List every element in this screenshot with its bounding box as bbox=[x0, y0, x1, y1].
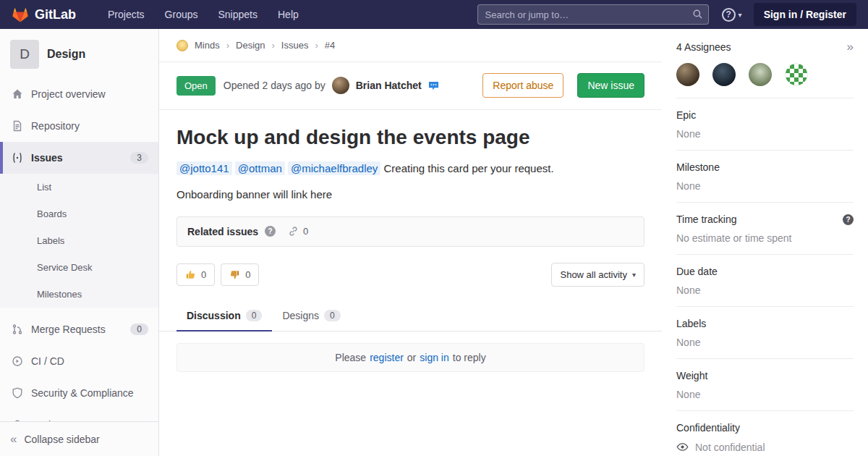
sidebar-item-ci-cd[interactable]: CI / CD bbox=[0, 345, 158, 377]
section-title: Confidentiality bbox=[676, 422, 740, 434]
navbar-links: Projects Groups Snippets Help bbox=[108, 9, 299, 20]
sign-in-button[interactable]: Sign in / Register bbox=[754, 3, 856, 26]
section-value: None bbox=[676, 128, 854, 140]
top-navbar: GitLab Projects Groups Snippets Help ? ▾… bbox=[0, 0, 868, 29]
author-status-emoji-icon bbox=[428, 80, 439, 91]
nav-link-snippets[interactable]: Snippets bbox=[218, 9, 258, 20]
time-tracking-help-icon[interactable]: ? bbox=[843, 214, 854, 225]
thumbs-down-button[interactable]: 0 bbox=[221, 263, 259, 286]
reply-text: or bbox=[407, 352, 416, 363]
new-issue-button[interactable]: New issue bbox=[577, 73, 644, 98]
assignee-avatars bbox=[676, 63, 854, 86]
eye-icon bbox=[676, 441, 689, 453]
sidebar-item-security-compliance[interactable]: Security & Compliance bbox=[0, 377, 158, 409]
nav-link-projects[interactable]: Projects bbox=[108, 9, 145, 20]
nav-link-help[interactable]: Help bbox=[278, 9, 299, 20]
chevron-down-icon: ▾ bbox=[739, 11, 742, 19]
sidebar-item-label: Issues bbox=[31, 152, 63, 164]
register-link[interactable]: register bbox=[370, 352, 404, 363]
group-avatar-icon bbox=[176, 40, 188, 51]
home-icon bbox=[12, 88, 23, 100]
report-abuse-button[interactable]: Report abuse bbox=[482, 73, 563, 98]
section-value: None bbox=[676, 337, 854, 348]
confidentiality-value: Not confidential bbox=[695, 442, 765, 453]
brand-text: GitLab bbox=[35, 7, 76, 22]
sidebar-item-merge-requests[interactable]: Merge Requests 0 bbox=[0, 313, 158, 345]
sidebar-subitem-list[interactable]: List bbox=[0, 174, 158, 200]
sidebar-item-repository[interactable]: Repository bbox=[0, 110, 158, 142]
project-avatar: D bbox=[10, 40, 39, 69]
sign-in-link[interactable]: sign in bbox=[420, 352, 448, 363]
issues-count-badge: 3 bbox=[130, 152, 148, 164]
sidebar-section-time-tracking[interactable]: Time tracking ? No estimate or time spen… bbox=[676, 202, 854, 254]
sidebar-section-due-date[interactable]: Due date None bbox=[676, 254, 854, 306]
section-title: Weight bbox=[676, 370, 707, 381]
section-value: None bbox=[676, 180, 854, 192]
breadcrumb-issues[interactable]: Issues bbox=[281, 40, 309, 51]
tab-designs[interactable]: Designs 0 bbox=[272, 301, 350, 332]
collapse-sidebar-label: Collapse sidebar bbox=[24, 434, 99, 445]
opened-text: Opened 2 days ago by bbox=[224, 80, 326, 91]
description-line-2: Onboarding banner will link here bbox=[176, 188, 644, 200]
collapse-sidebar-button[interactable]: « Collapse sidebar bbox=[0, 421, 158, 456]
sidebar-item-issues[interactable]: Issues 3 bbox=[0, 142, 158, 174]
collapse-right-sidebar-icon[interactable]: » bbox=[847, 41, 854, 53]
section-value: None bbox=[676, 284, 854, 296]
section-value: None bbox=[676, 389, 854, 400]
reply-prompt: Please register or sign in to reply bbox=[176, 343, 644, 372]
thumbs-up-icon bbox=[185, 269, 196, 280]
global-search bbox=[477, 4, 709, 25]
project-header[interactable]: D Design bbox=[0, 29, 158, 78]
sidebar-subitem-boards[interactable]: Boards bbox=[0, 200, 158, 227]
left-sidebar: D Design Project overview Repository bbox=[0, 29, 159, 456]
chevrons-left-icon: « bbox=[10, 433, 17, 445]
issue-content: Minds › Design › Issues › #4 Open Opened… bbox=[159, 29, 662, 456]
thumbs-down-icon bbox=[229, 269, 240, 280]
related-issues-count-group: 0 bbox=[288, 226, 308, 237]
nav-link-groups[interactable]: Groups bbox=[165, 9, 198, 20]
activity-filter-dropdown[interactable]: Show all activity ▾ bbox=[551, 263, 644, 287]
breadcrumb-group[interactable]: Minds bbox=[195, 40, 220, 51]
author-name[interactable]: Brian Hatchet bbox=[356, 80, 422, 91]
sidebar-section-weight[interactable]: Weight None bbox=[676, 358, 854, 410]
breadcrumb: Minds › Design › Issues › #4 bbox=[159, 29, 662, 62]
mention-link[interactable]: @michaelfbradley bbox=[288, 161, 380, 175]
activity-filter-label: Show all activity bbox=[560, 269, 626, 280]
sidebar-item-label: Repository bbox=[31, 120, 80, 132]
author-avatar[interactable] bbox=[332, 77, 349, 94]
issue-title: Mock up and design the events page bbox=[176, 126, 644, 149]
tab-count-badge: 0 bbox=[324, 310, 341, 321]
assignee-avatar[interactable] bbox=[676, 63, 699, 86]
sidebar-section-epic[interactable]: Epic None bbox=[676, 98, 854, 150]
sidebar-subitem-milestones[interactable]: Milestones bbox=[0, 281, 158, 308]
tab-discussion[interactable]: Discussion 0 bbox=[176, 301, 272, 332]
assignee-avatar[interactable] bbox=[785, 63, 808, 86]
sidebar-issues-section: Issues 3 List Boards Labels Service Desk… bbox=[0, 142, 158, 308]
breadcrumb-project[interactable]: Design bbox=[236, 40, 265, 51]
sidebar-subitem-labels[interactable]: Labels bbox=[0, 227, 158, 254]
thumbs-up-count: 0 bbox=[201, 269, 206, 280]
mention-link[interactable]: @jotto141 bbox=[176, 161, 232, 175]
repository-icon bbox=[12, 120, 23, 132]
gitlab-logo[interactable]: GitLab bbox=[12, 7, 76, 23]
related-issues-help-icon[interactable]: ? bbox=[265, 226, 276, 237]
sidebar-subitem-service-desk[interactable]: Service Desk bbox=[0, 254, 158, 281]
mention-link[interactable]: @ottman bbox=[235, 161, 285, 175]
breadcrumb-separator-icon: › bbox=[226, 40, 229, 51]
sidebar-item-project-overview[interactable]: Project overview bbox=[0, 78, 158, 110]
help-dropdown[interactable]: ? ▾ bbox=[722, 8, 742, 22]
shield-icon bbox=[12, 387, 23, 399]
sidebar-section-labels[interactable]: Labels None bbox=[676, 306, 854, 358]
sidebar-section-confidentiality[interactable]: Confidentiality Not confidential bbox=[676, 410, 854, 456]
section-title: Time tracking bbox=[676, 214, 737, 225]
assignee-avatar[interactable] bbox=[712, 63, 736, 86]
sidebar-section-milestone[interactable]: Milestone None bbox=[676, 150, 854, 202]
issue-tabs: Discussion 0 Designs 0 bbox=[159, 301, 662, 332]
search-input[interactable] bbox=[477, 4, 709, 25]
thumbs-up-button[interactable]: 0 bbox=[176, 263, 215, 286]
issue-status-row: Open Opened 2 days ago by Brian Hatchet … bbox=[159, 62, 662, 110]
assignee-avatar[interactable] bbox=[749, 63, 772, 86]
help-icon: ? bbox=[722, 8, 736, 22]
section-title: Due date bbox=[676, 266, 718, 277]
section-title: Labels bbox=[676, 318, 706, 329]
